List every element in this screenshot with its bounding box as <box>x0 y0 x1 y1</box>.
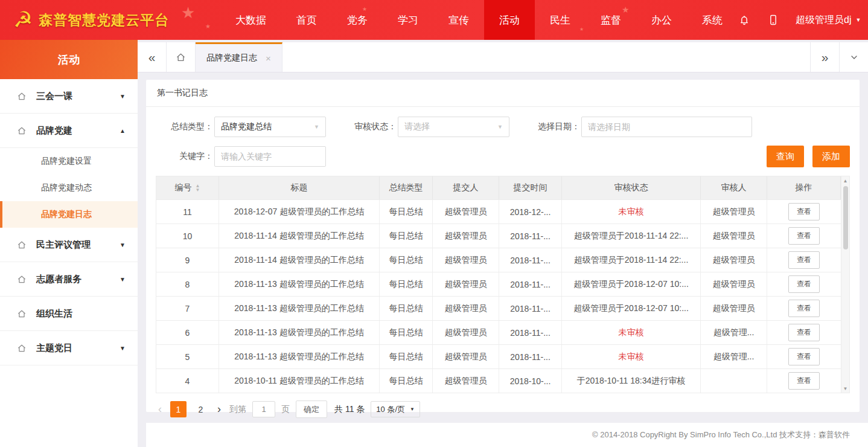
column-header-6[interactable]: 审核状态 <box>562 176 701 199</box>
prev-page-icon[interactable]: ‹ <box>156 403 164 416</box>
cell-submitter: 超级管理员 <box>433 321 499 344</box>
nav-item-6[interactable]: 活动 <box>484 0 535 40</box>
cell-title: 2018-11-13 超级管理员的工作总结 <box>219 345 380 368</box>
pagination: ‹ 12 › 到第 页 确定 共 11 条 10 条/页 ▼ <box>146 393 860 425</box>
main-panel: 第一书记日志 总结类型： 品牌党建总结 ▼ 审核状态： 请选择 ▼ 选择日期： … <box>146 80 860 412</box>
home-icon <box>17 344 27 353</box>
sidebar-item-2[interactable]: 品牌党建▲ <box>0 114 138 148</box>
header-right: 超级管理员dj ▼ ⋮ <box>738 13 868 27</box>
username: 超级管理员dj <box>796 14 851 27</box>
column-header-5[interactable]: 提交时间 <box>499 176 562 199</box>
search-button[interactable]: 查询 <box>767 146 804 167</box>
sidebar-subitem-2-1[interactable]: 品牌党建设置 <box>0 148 138 175</box>
sidebar-item-5[interactable]: 组织生活 <box>0 297 138 331</box>
nav-item-3[interactable]: 党务 <box>332 0 383 40</box>
date-filter-label: 选择日期： <box>523 121 580 132</box>
view-button[interactable]: 查看 <box>788 203 820 220</box>
scroll-down-icon[interactable]: ▼ <box>843 384 848 393</box>
nav-item-7[interactable]: 民生 <box>535 0 586 40</box>
notification-bell-icon[interactable] <box>738 13 751 27</box>
nav-item-1[interactable]: 大数据 <box>220 0 281 40</box>
sidebar-subitem-2-2[interactable]: 品牌党建动态 <box>0 175 138 201</box>
page-button-2[interactable]: 2 <box>193 401 209 417</box>
party-emblem-icon: ☭ <box>13 9 33 31</box>
app-logo: ☭ 森普智慧党建云平台 <box>0 9 220 31</box>
double-chevron-left-icon: « <box>148 51 156 63</box>
double-chevron-right-icon: » <box>822 51 829 63</box>
data-table: 编号▲▼标题总结类型提交人提交时间审核状态审核人操作 112018-12-07 … <box>156 176 841 393</box>
next-page-icon[interactable]: › <box>215 403 223 416</box>
cell-type: 每日总结 <box>380 224 433 248</box>
column-header-7[interactable]: 审核人 <box>701 176 767 199</box>
cell-status: 超级管理员于2018-12-07 10:... <box>562 272 701 296</box>
chevron-down-icon: ▼ <box>497 124 503 130</box>
page-unit-label: 页 <box>281 404 290 415</box>
table-scrollbar[interactable]: ▲ ▼ <box>841 176 850 393</box>
table-row: 82018-11-13 超级管理员的工作总结每日总结超级管理员2018-11-.… <box>156 272 841 297</box>
chevron-down-icon: ▼ <box>855 18 861 23</box>
cell-id: 9 <box>156 248 219 272</box>
cell-title: 2018-10-11 超级管理员的工作总结 <box>219 369 380 393</box>
scroll-tabs-right-button[interactable]: » <box>810 42 839 72</box>
sidebar-item-3[interactable]: 民主评议管理▼ <box>0 228 138 262</box>
nav-item-5[interactable]: 宣传 <box>433 0 484 40</box>
view-button[interactable]: 查看 <box>788 372 820 390</box>
page-numbers: 12 <box>170 401 209 417</box>
nav-item-10[interactable]: 系统 <box>687 0 738 40</box>
nav-item-4[interactable]: 学习 <box>383 0 433 40</box>
view-button[interactable]: 查看 <box>788 275 820 293</box>
column-header-8[interactable]: 操作 <box>767 176 841 199</box>
main-nav: 大数据首页党务学习宣传活动民生监督办公系统 <box>220 0 738 40</box>
table-row: 112018-12-07 超级管理员的工作总结每日总结超级管理员2018-12-… <box>156 200 841 224</box>
view-button[interactable]: 查看 <box>788 251 820 269</box>
sidebar-title: 活动 <box>0 40 138 79</box>
cell-submitter: 超级管理员 <box>433 200 499 224</box>
section-title: 第一书记日志 <box>146 80 860 107</box>
chevron-down-icon: ▼ <box>120 276 126 283</box>
cell-title: 2018-11-14 超级管理员的工作总结 <box>219 248 380 272</box>
tab-list-dropdown-button[interactable] <box>839 42 868 72</box>
home-tab-button[interactable] <box>167 42 196 72</box>
table-row: 72018-11-13 超级管理员的工作总结每日总结超级管理员2018-11-.… <box>156 297 841 321</box>
nav-item-8[interactable]: 监督 <box>586 0 636 40</box>
sidebar-subitem-2-3[interactable]: 品牌党建日志 <box>0 201 138 228</box>
tab-strip: « 品牌党建日志 × » <box>138 42 868 72</box>
page-size-select[interactable]: 10 条/页 ▼ <box>371 401 420 417</box>
confirm-button[interactable]: 确定 <box>296 400 327 418</box>
cell-type: 每日总结 <box>380 321 433 344</box>
column-header-4[interactable]: 提交人 <box>433 176 499 199</box>
column-header-1[interactable]: 编号▲▼ <box>156 176 219 199</box>
cell-title: 2018-11-13 超级管理员的工作总结 <box>219 297 380 320</box>
sidebar-item-1[interactable]: 三会一课▼ <box>0 79 138 114</box>
add-button[interactable]: 添加 <box>812 146 850 167</box>
mobile-app-icon[interactable] <box>767 13 780 27</box>
tab-brand-party-log[interactable]: 品牌党建日志 × <box>196 42 282 72</box>
cell-submitter: 超级管理员 <box>433 345 499 368</box>
view-button[interactable]: 查看 <box>788 324 820 341</box>
sort-icon[interactable]: ▲▼ <box>196 184 200 192</box>
cell-id: 10 <box>156 224 219 248</box>
column-header-3[interactable]: 总结类型 <box>380 176 433 199</box>
sidebar-item-4[interactable]: 志愿者服务▼ <box>0 262 138 297</box>
view-button[interactable]: 查看 <box>788 300 820 317</box>
cell-time: 2018-11-... <box>499 297 562 320</box>
nav-item-2[interactable]: 首页 <box>281 0 332 40</box>
view-button[interactable]: 查看 <box>788 227 820 245</box>
sidebar-item-6[interactable]: 主题党日▼ <box>0 331 138 365</box>
scroll-tabs-left-button[interactable]: « <box>138 42 167 72</box>
page-button-1[interactable]: 1 <box>170 401 187 417</box>
status-select[interactable]: 请选择 ▼ <box>398 117 509 137</box>
type-select[interactable]: 品牌党建总结 ▼ <box>214 117 326 137</box>
goto-page-input[interactable] <box>252 401 275 417</box>
close-icon[interactable]: × <box>266 53 271 63</box>
keyword-input[interactable] <box>214 146 326 167</box>
scroll-up-icon[interactable]: ▲ <box>843 176 848 185</box>
view-button[interactable]: 查看 <box>788 348 820 365</box>
user-menu[interactable]: 超级管理员dj ▼ <box>796 14 861 27</box>
column-header-2[interactable]: 标题 <box>219 176 380 199</box>
tab-label: 品牌党建日志 <box>206 53 257 63</box>
scrollbar-thumb[interactable] <box>843 186 848 249</box>
cell-status: 未审核 <box>562 321 701 344</box>
nav-item-9[interactable]: 办公 <box>636 0 687 40</box>
date-input[interactable] <box>581 117 752 137</box>
